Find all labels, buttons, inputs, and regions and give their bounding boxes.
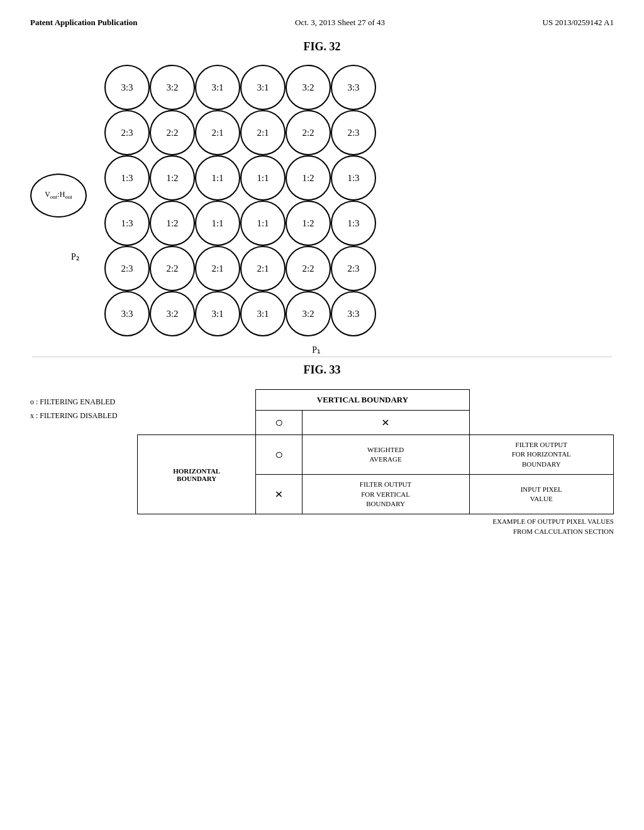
vout-hout-text: Vout:Hout xyxy=(45,190,72,201)
fig32-section: FIG. 32 Vout:Hout 3:33:23:13:13:23:32:32… xyxy=(0,34,644,350)
row-circle-header: ○ xyxy=(256,435,302,475)
circle-cell-0-1: 3:2 xyxy=(150,65,195,110)
header-right: US 2013/0259142 A1 xyxy=(543,18,614,28)
header-left: Patent Application Publication xyxy=(30,18,137,28)
circle-symbol-col: ○ xyxy=(275,414,283,430)
circle-cell-2-4: 1:2 xyxy=(286,155,331,201)
circle-cell-3-3: 1:1 xyxy=(240,201,286,246)
vout-hout-label: Vout:Hout xyxy=(30,174,87,218)
circle-cell-3-0: 1:3 xyxy=(104,201,150,246)
cell-xo: FILTER OUTPUT FOR VERTICAL BOUNDARY xyxy=(302,475,469,514)
fig33-section: FIG. 33 o : FILTERING ENABLED x : FILTER… xyxy=(0,357,644,555)
boundary-table: VERTICAL BOUNDARY ○ × HORIZONTAL xyxy=(137,389,614,514)
circle-cell-0-4: 3:2 xyxy=(286,65,331,110)
filter-output-vertical-text: FILTER OUTPUT FOR VERTICAL BOUNDARY xyxy=(306,480,465,509)
circle-cell-1-1: 2:2 xyxy=(150,110,195,155)
circle-cell-5-5: 3:3 xyxy=(331,291,376,336)
cross-symbol-col: × xyxy=(382,414,390,430)
circle-cell-5-2: 3:1 xyxy=(195,291,240,336)
cell-oo: WEIGHTED AVERAGE xyxy=(302,435,469,475)
circle-cell-4-3: 2:1 xyxy=(240,246,286,291)
circle-cell-5-3: 3:1 xyxy=(240,291,286,336)
circle-cell-4-1: 2:2 xyxy=(150,246,195,291)
fig32-content: Vout:Hout 3:33:23:13:13:23:32:32:22:12:1… xyxy=(30,66,614,338)
circle-cell-2-3: 1:1 xyxy=(240,155,286,201)
circle-cell-4-5: 2:3 xyxy=(331,246,376,291)
table-wrapper: VERTICAL BOUNDARY ○ × HORIZONTAL xyxy=(137,389,614,536)
circle-cell-2-1: 1:2 xyxy=(150,155,195,201)
table-spacer xyxy=(138,411,256,435)
filter-output-horizontal-text: FILTER OUTPUT FOR HORIZONTAL BOUNDARY xyxy=(474,440,610,469)
circle-cell-5-1: 3:2 xyxy=(150,291,195,336)
p1-label: P₁ xyxy=(312,345,321,355)
row-cross-header: × xyxy=(256,475,302,514)
circle-cell-2-2: 1:1 xyxy=(195,155,240,201)
legend-line1: o : FILTERING ENABLED xyxy=(30,396,125,409)
circle-cell-3-4: 1:2 xyxy=(286,201,331,246)
col-circle-header: ○ xyxy=(256,411,302,435)
footnote-line1: EXAMPLE OF OUTPUT PIXEL VALUES xyxy=(137,517,614,526)
weighted-average-text: WEIGHTED AVERAGE xyxy=(306,445,465,465)
circle-cell-1-4: 2:2 xyxy=(286,110,331,155)
circle-cell-0-2: 3:1 xyxy=(195,65,240,110)
p2-label: P₂ xyxy=(71,252,80,262)
circle-cell-1-3: 2:1 xyxy=(240,110,286,155)
col-cross-header: × xyxy=(302,411,469,435)
circle-cell-4-2: 2:1 xyxy=(195,246,240,291)
cell-ox: FILTER OUTPUT FOR HORIZONTAL BOUNDARY xyxy=(469,435,614,475)
vertical-boundary-header: VERTICAL BOUNDARY xyxy=(256,390,469,411)
fig33-content: o : FILTERING ENABLED x : FILTERING DISA… xyxy=(30,389,614,536)
circle-cell-3-5: 1:3 xyxy=(331,201,376,246)
fig33-title: FIG. 33 xyxy=(30,363,614,377)
circle-cell-5-4: 3:2 xyxy=(286,291,331,336)
input-pixel-value-text: INPUT PIXEL VALUE xyxy=(474,485,610,504)
table-footnote: EXAMPLE OF OUTPUT PIXEL VALUES FROM CALC… xyxy=(137,517,614,536)
circle-grid-container: 3:33:23:13:13:23:32:32:22:12:12:22:31:31… xyxy=(106,66,377,338)
fig32-title: FIG. 32 xyxy=(30,40,614,53)
cell-xx: INPUT PIXEL VALUE xyxy=(469,475,614,514)
circle-grid: 3:33:23:13:13:23:32:32:22:12:12:22:31:31… xyxy=(106,66,377,338)
circle-cell-5-0: 3:3 xyxy=(104,291,150,336)
circle-cell-0-5: 3:3 xyxy=(331,65,376,110)
circle-cell-3-1: 1:2 xyxy=(150,201,195,246)
circle-symbol-row: ○ xyxy=(275,446,283,462)
circle-cell-0-3: 3:1 xyxy=(240,65,286,110)
circle-cell-2-5: 1:3 xyxy=(331,155,376,201)
circle-cell-0-0: 3:3 xyxy=(104,65,150,110)
circle-cell-2-0: 1:3 xyxy=(104,155,150,201)
circle-cell-1-2: 2:1 xyxy=(195,110,240,155)
circle-cell-3-2: 1:1 xyxy=(195,201,240,246)
circle-cell-1-5: 2:3 xyxy=(331,110,376,155)
cross-symbol-row: × xyxy=(275,486,283,502)
header-center: Oct. 3, 2013 Sheet 27 of 43 xyxy=(295,18,385,28)
legend: o : FILTERING ENABLED x : FILTERING DISA… xyxy=(30,389,125,536)
circle-cell-4-4: 2:2 xyxy=(286,246,331,291)
circle-cell-1-0: 2:3 xyxy=(104,110,150,155)
page-header: Patent Application Publication Oct. 3, 2… xyxy=(0,0,644,34)
legend-line2: x : FILTERING DISABLED xyxy=(30,409,125,423)
table-empty-corner xyxy=(138,390,256,411)
footnote-line2: FROM CALCULATION SECTION xyxy=(137,527,614,536)
horizontal-boundary-label: HORIZONTAL BOUNDARY xyxy=(138,435,256,514)
circle-cell-4-0: 2:3 xyxy=(104,246,150,291)
